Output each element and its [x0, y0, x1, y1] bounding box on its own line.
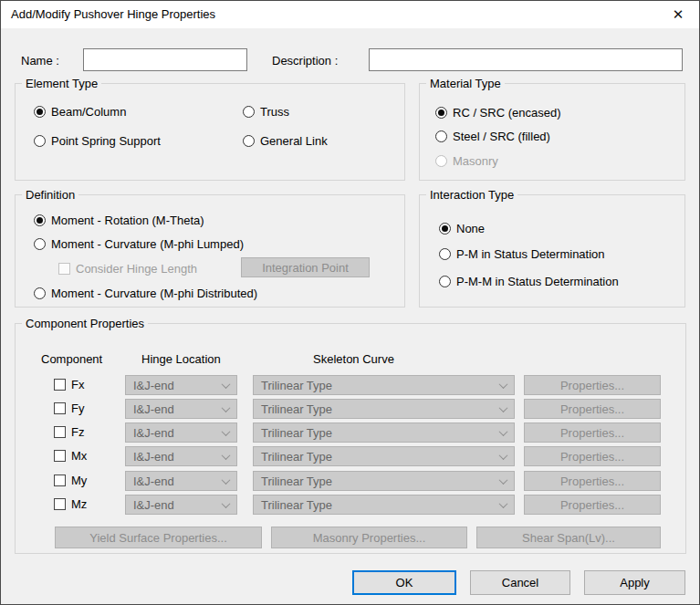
radio-steel-src-filled[interactable]: Steel / SRC (filled): [435, 129, 550, 143]
radio-label: General Link: [260, 134, 328, 148]
chevron-down-icon: [222, 451, 231, 460]
chevron-down-icon: [499, 451, 508, 460]
chevron-down-icon: [222, 427, 231, 436]
properties-button: Properties...: [524, 399, 661, 419]
element-type-title: Element Type: [22, 77, 101, 90]
masonry-properties-button: Masonry Properties...: [271, 527, 467, 548]
skeleton-curve-select: Trilinear Type: [253, 495, 515, 515]
table-row: Mx I&J-end Trilinear Type Properties...: [16, 446, 685, 466]
component-properties-title: Component Properties: [22, 317, 148, 330]
radio-pmm-status[interactable]: P-M-M in Status Determination: [439, 274, 619, 288]
chevron-down-icon: [222, 475, 231, 485]
radio-general-link[interactable]: General Link: [243, 133, 328, 148]
integration-point-button: Integration Point: [241, 257, 370, 277]
header-component: Component: [41, 352, 102, 366]
name-input[interactable]: [83, 48, 247, 71]
chevron-down-icon: [499, 380, 508, 389]
radio-label: Moment - Rotation (M-Theta): [51, 214, 204, 227]
radio-point-spring-support[interactable]: Point Spring Support: [34, 133, 161, 148]
pushover-hinge-properties-dialog: Add/Modify Pushover Hinge Properties ✕ N…: [0, 0, 700, 605]
radio-none[interactable]: None: [439, 221, 485, 235]
radio-label: Point Spring Support: [51, 134, 161, 148]
mx-checkbox[interactable]: [54, 450, 66, 462]
component-label: My: [71, 474, 87, 487]
radio-icon: [34, 214, 46, 226]
chevron-down-icon: [499, 499, 508, 508]
chevron-down-icon: [499, 427, 508, 436]
table-row: Mz I&J-end Trilinear Type Properties...: [16, 495, 685, 515]
close-icon[interactable]: ✕: [663, 1, 694, 28]
table-row: Fx I&J-end Trilinear Type Properties...: [16, 375, 685, 395]
title-bar: Add/Modify Pushover Hinge Properties ✕: [1, 1, 699, 28]
definition-title: Definition: [22, 188, 78, 202]
fx-checkbox[interactable]: [54, 379, 66, 391]
table-row: Fz I&J-end Trilinear Type Properties...: [16, 422, 685, 443]
interaction-type-group: Interaction Type None P-M in Status Dete…: [419, 194, 685, 308]
radio-label: Beam/Column: [51, 105, 126, 119]
checkbox-icon: [58, 263, 70, 275]
radio-icon: [439, 248, 451, 260]
skeleton-curve-select: Trilinear Type: [253, 471, 515, 491]
radio-pm-status[interactable]: P-M in Status Determination: [439, 246, 605, 261]
properties-button: Properties...: [524, 495, 661, 515]
radio-icon: [34, 238, 46, 250]
header-skeleton-curve: Skeleton Curve: [313, 352, 394, 366]
yield-surface-properties-button: Yield Surface Properties...: [55, 527, 262, 548]
properties-button: Properties...: [524, 375, 661, 395]
hinge-location-select: I&J-end: [125, 422, 237, 443]
component-label: Fy: [71, 402, 84, 415]
component-label: Fz: [71, 425, 84, 439]
material-type-group: Material Type RC / SRC (encased) Steel /…: [419, 83, 685, 181]
radio-icon: [34, 287, 46, 299]
skeleton-curve-select: Trilinear Type: [253, 399, 515, 419]
radio-icon: [243, 135, 255, 147]
mz-checkbox[interactable]: [54, 498, 66, 510]
component-properties-group: Component Properties Component Hinge Loc…: [15, 323, 686, 554]
dialog-title: Add/Modify Pushover Hinge Properties: [11, 1, 215, 28]
fy-checkbox[interactable]: [54, 402, 66, 414]
radio-moment-curvature-distributed[interactable]: Moment - Curvature (M-phi Distributed): [34, 286, 257, 300]
properties-button: Properties...: [524, 422, 661, 443]
radio-masonry: Masonry: [435, 153, 498, 168]
element-type-group: Element Type Beam/Column Truss Point Spr…: [15, 83, 405, 181]
radio-truss[interactable]: Truss: [243, 104, 289, 119]
consider-hinge-length-checkbox: Consider Hinge Length: [58, 261, 197, 276]
radio-beam-column[interactable]: Beam/Column: [34, 104, 126, 119]
radio-moment-rotation[interactable]: Moment - Rotation (M-Theta): [34, 213, 204, 227]
component-label: Fx: [71, 378, 84, 391]
component-label: Mz: [71, 497, 87, 511]
table-row: My I&J-end Trilinear Type Properties...: [16, 471, 685, 491]
definition-group: Definition Moment - Rotation (M-Theta) M…: [15, 194, 405, 308]
radio-icon: [435, 155, 447, 167]
skeleton-curve-select: Trilinear Type: [253, 375, 515, 395]
radio-label: P-M-M in Status Determination: [456, 275, 619, 288]
hinge-location-select: I&J-end: [125, 446, 237, 466]
radio-moment-curvature-lumped[interactable]: Moment - Curvature (M-phi Lumped): [34, 236, 244, 251]
hinge-location-select: I&J-end: [125, 495, 237, 515]
fz-checkbox[interactable]: [54, 426, 66, 438]
radio-label: Moment - Curvature (M-phi Lumped): [51, 237, 244, 251]
component-label: Mx: [71, 449, 87, 463]
checkbox-label: Consider Hinge Length: [76, 262, 197, 276]
radio-icon: [435, 107, 447, 119]
radio-label: Masonry: [453, 154, 498, 168]
radio-icon: [439, 223, 451, 235]
chevron-down-icon: [499, 403, 508, 412]
radio-rc-src-encased[interactable]: RC / SRC (encased): [435, 105, 560, 120]
cancel-button[interactable]: Cancel: [470, 570, 570, 595]
radio-icon: [243, 106, 255, 118]
chevron-down-icon: [499, 475, 508, 485]
shear-span-button: Shear Span(Lv)...: [476, 527, 661, 548]
chevron-down-icon: [222, 499, 231, 508]
description-input[interactable]: [369, 48, 683, 71]
radio-label: P-M in Status Determination: [456, 247, 605, 261]
hinge-location-select: I&J-end: [125, 471, 237, 491]
ok-button[interactable]: OK: [352, 570, 456, 595]
properties-button: Properties...: [524, 446, 661, 466]
hinge-location-select: I&J-end: [125, 399, 237, 419]
radio-icon: [439, 276, 451, 287]
skeleton-curve-select: Trilinear Type: [253, 446, 515, 466]
apply-button[interactable]: Apply: [584, 570, 685, 595]
my-checkbox[interactable]: [54, 475, 66, 486]
interaction-type-title: Interaction Type: [426, 188, 517, 202]
